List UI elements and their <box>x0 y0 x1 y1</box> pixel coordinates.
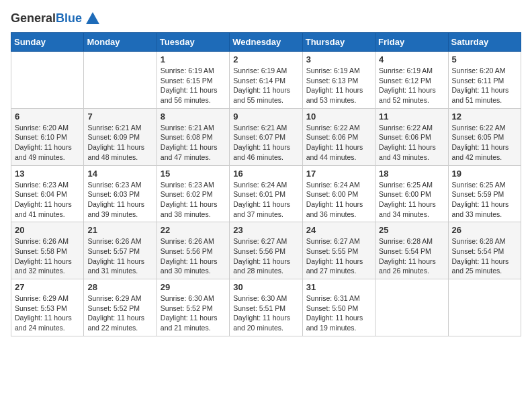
calendar-cell: 2Sunrise: 6:19 AMSunset: 6:14 PMDaylight… <box>230 52 302 109</box>
calendar-cell: 12Sunrise: 6:22 AMSunset: 6:05 PMDayligh… <box>448 108 521 165</box>
day-number: 21 <box>87 225 152 235</box>
day-number: 11 <box>379 111 444 122</box>
day-number: 25 <box>379 225 444 235</box>
day-number: 2 <box>233 54 298 64</box>
weekday-header: Saturday <box>448 33 521 52</box>
day-number: 14 <box>87 169 152 179</box>
day-number: 17 <box>306 169 371 179</box>
day-number: 6 <box>15 111 80 122</box>
day-info: Sunrise: 6:25 AMSunset: 5:59 PMDaylight:… <box>452 180 517 220</box>
calendar-cell: 27Sunrise: 6:29 AMSunset: 5:53 PMDayligh… <box>11 279 84 336</box>
day-info: Sunrise: 6:29 AMSunset: 5:52 PMDaylight:… <box>87 293 152 333</box>
calendar-cell: 21Sunrise: 6:26 AMSunset: 5:57 PMDayligh… <box>84 222 157 279</box>
day-info: Sunrise: 6:28 AMSunset: 5:54 PMDaylight:… <box>379 236 444 276</box>
day-number: 9 <box>233 111 298 122</box>
day-number: 22 <box>161 225 226 235</box>
day-number: 20 <box>15 225 80 235</box>
day-info: Sunrise: 6:27 AMSunset: 5:55 PMDaylight:… <box>306 236 371 276</box>
day-info: Sunrise: 6:21 AMSunset: 6:07 PMDaylight:… <box>233 123 298 163</box>
calendar-cell: 22Sunrise: 6:26 AMSunset: 5:56 PMDayligh… <box>157 222 229 279</box>
logo-general: GeneralBlue <box>11 12 82 26</box>
calendar-cell: 7Sunrise: 6:21 AMSunset: 6:09 PMDaylight… <box>84 108 157 165</box>
calendar-cell: 11Sunrise: 6:22 AMSunset: 6:06 PMDayligh… <box>375 108 448 165</box>
calendar-week-row: 27Sunrise: 6:29 AMSunset: 5:53 PMDayligh… <box>11 279 521 336</box>
day-number: 30 <box>233 282 298 292</box>
day-number: 23 <box>233 225 298 235</box>
weekday-header: Friday <box>375 33 448 52</box>
weekday-header: Monday <box>84 33 157 52</box>
day-info: Sunrise: 6:22 AMSunset: 6:06 PMDaylight:… <box>306 123 371 163</box>
calendar-cell: 24Sunrise: 6:27 AMSunset: 5:55 PMDayligh… <box>302 222 375 279</box>
calendar-cell: 16Sunrise: 6:24 AMSunset: 6:01 PMDayligh… <box>230 165 302 222</box>
day-number: 1 <box>161 54 226 64</box>
day-number: 12 <box>452 111 517 122</box>
day-info: Sunrise: 6:22 AMSunset: 6:06 PMDaylight:… <box>379 123 444 163</box>
day-number: 10 <box>306 111 371 122</box>
calendar-cell: 23Sunrise: 6:27 AMSunset: 5:56 PMDayligh… <box>230 222 302 279</box>
calendar-cell <box>11 52 84 109</box>
day-number: 15 <box>161 169 226 179</box>
day-info: Sunrise: 6:30 AMSunset: 5:52 PMDaylight:… <box>161 293 226 333</box>
calendar-cell: 29Sunrise: 6:30 AMSunset: 5:52 PMDayligh… <box>157 279 229 336</box>
day-info: Sunrise: 6:26 AMSunset: 5:56 PMDaylight:… <box>161 236 226 276</box>
day-info: Sunrise: 6:24 AMSunset: 6:01 PMDaylight:… <box>233 180 298 220</box>
svg-marker-0 <box>86 12 99 24</box>
day-number: 3 <box>306 54 371 64</box>
day-number: 29 <box>161 282 226 292</box>
calendar-cell: 5Sunrise: 6:20 AMSunset: 6:11 PMDaylight… <box>448 52 521 109</box>
calendar-cell <box>375 279 448 336</box>
day-number: 27 <box>15 282 80 292</box>
day-info: Sunrise: 6:20 AMSunset: 6:11 PMDaylight:… <box>452 66 517 105</box>
day-info: Sunrise: 6:19 AMSunset: 6:15 PMDaylight:… <box>161 66 226 105</box>
calendar-cell: 25Sunrise: 6:28 AMSunset: 5:54 PMDayligh… <box>375 222 448 279</box>
calendar-cell: 28Sunrise: 6:29 AMSunset: 5:52 PMDayligh… <box>84 279 157 336</box>
day-number: 4 <box>379 54 444 64</box>
day-number: 8 <box>161 111 226 122</box>
logo-text: GeneralBlue <box>11 12 82 26</box>
calendar-cell: 26Sunrise: 6:28 AMSunset: 5:54 PMDayligh… <box>448 222 521 279</box>
day-info: Sunrise: 6:25 AMSunset: 6:00 PMDaylight:… <box>379 180 444 220</box>
calendar-table: SundayMondayTuesdayWednesdayThursdayFrid… <box>11 32 521 336</box>
day-number: 5 <box>452 54 517 64</box>
calendar-cell <box>448 279 521 336</box>
day-number: 13 <box>15 169 80 179</box>
calendar-cell: 8Sunrise: 6:21 AMSunset: 6:08 PMDaylight… <box>157 108 229 165</box>
calendar-cell: 3Sunrise: 6:19 AMSunset: 6:13 PMDaylight… <box>302 52 375 109</box>
calendar-cell <box>84 52 157 109</box>
weekday-header: Tuesday <box>157 33 229 52</box>
logo: GeneralBlue <box>11 11 101 27</box>
day-number: 16 <box>233 169 298 179</box>
day-number: 18 <box>379 169 444 179</box>
calendar-cell: 30Sunrise: 6:30 AMSunset: 5:51 PMDayligh… <box>230 279 302 336</box>
day-number: 7 <box>87 111 152 122</box>
day-number: 26 <box>452 225 517 235</box>
calendar-cell: 20Sunrise: 6:26 AMSunset: 5:58 PMDayligh… <box>11 222 84 279</box>
calendar-week-row: 6Sunrise: 6:20 AMSunset: 6:10 PMDaylight… <box>11 108 521 165</box>
calendar-cell: 10Sunrise: 6:22 AMSunset: 6:06 PMDayligh… <box>302 108 375 165</box>
day-info: Sunrise: 6:23 AMSunset: 6:02 PMDaylight:… <box>161 180 226 220</box>
calendar-week-row: 20Sunrise: 6:26 AMSunset: 5:58 PMDayligh… <box>11 222 521 279</box>
calendar-cell: 17Sunrise: 6:24 AMSunset: 6:00 PMDayligh… <box>302 165 375 222</box>
day-info: Sunrise: 6:23 AMSunset: 6:03 PMDaylight:… <box>87 180 152 220</box>
calendar-cell: 15Sunrise: 6:23 AMSunset: 6:02 PMDayligh… <box>157 165 229 222</box>
day-info: Sunrise: 6:26 AMSunset: 5:58 PMDaylight:… <box>15 236 80 276</box>
day-number: 31 <box>306 282 371 292</box>
day-info: Sunrise: 6:20 AMSunset: 6:10 PMDaylight:… <box>15 123 80 163</box>
day-info: Sunrise: 6:30 AMSunset: 5:51 PMDaylight:… <box>233 293 298 333</box>
weekday-header: Wednesday <box>230 33 302 52</box>
weekday-header: Thursday <box>302 33 375 52</box>
day-number: 19 <box>452 169 517 179</box>
day-info: Sunrise: 6:21 AMSunset: 6:08 PMDaylight:… <box>161 123 226 163</box>
calendar-cell: 13Sunrise: 6:23 AMSunset: 6:04 PMDayligh… <box>11 165 84 222</box>
calendar-cell: 1Sunrise: 6:19 AMSunset: 6:15 PMDaylight… <box>157 52 229 109</box>
day-info: Sunrise: 6:26 AMSunset: 5:57 PMDaylight:… <box>87 236 152 276</box>
page-header: GeneralBlue <box>11 11 521 27</box>
weekday-header: Sunday <box>11 33 84 52</box>
calendar-cell: 31Sunrise: 6:31 AMSunset: 5:50 PMDayligh… <box>302 279 375 336</box>
day-info: Sunrise: 6:19 AMSunset: 6:12 PMDaylight:… <box>379 66 444 105</box>
day-info: Sunrise: 6:27 AMSunset: 5:56 PMDaylight:… <box>233 236 298 276</box>
day-info: Sunrise: 6:19 AMSunset: 6:13 PMDaylight:… <box>306 66 371 105</box>
calendar-cell: 4Sunrise: 6:19 AMSunset: 6:12 PMDaylight… <box>375 52 448 109</box>
calendar-cell: 19Sunrise: 6:25 AMSunset: 5:59 PMDayligh… <box>448 165 521 222</box>
day-number: 24 <box>306 225 371 235</box>
